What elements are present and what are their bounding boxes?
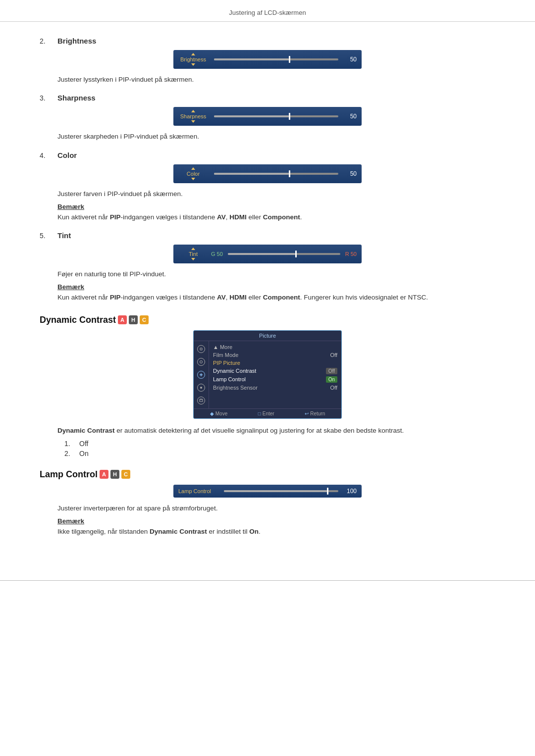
lamp-track[interactable]	[224, 490, 338, 492]
brightness-title: Brightness	[57, 37, 96, 45]
lamp-note-text: Ikke tilgængelig, når tilstanden Dynamic…	[57, 527, 495, 537]
osd-bs-value: Off	[330, 385, 337, 391]
page-header: Justering af LCD-skærmen	[0, 0, 535, 22]
osd-footer-enter-icon: □	[258, 411, 261, 416]
badge-a: A	[118, 315, 127, 324]
osd-icon-circle-5	[197, 397, 205, 404]
brightness-slider-label: Brightness	[178, 53, 208, 66]
osd-footer-return-icon: ↩	[305, 411, 309, 416]
osd-row-dynamiccontrast: Dynamic Contrast Off	[213, 367, 337, 375]
lamp-control-title: Lamp Control	[40, 469, 98, 480]
color-track[interactable]	[214, 173, 338, 175]
brightness-value: 50	[344, 56, 357, 63]
tint-title-row: 5. Tint	[40, 231, 495, 240]
lamp-slider-box: Lamp Control 100	[173, 485, 362, 498]
lamp-description: Justerer inverterpæren for at spare på s…	[57, 504, 495, 513]
osd-icon-5	[196, 396, 207, 405]
osd-filmmode-label: Film Mode	[213, 352, 238, 358]
color-label-text: Color	[187, 171, 200, 177]
section-lamp-control: Lamp Control A H C Lamp Control 100 Just…	[40, 469, 495, 537]
brightness-label-text: Brightness	[180, 56, 206, 62]
osd-dc-label: Dynamic Contrast	[213, 368, 256, 374]
tint-slider-container: Tint G 50 R 50	[40, 245, 495, 263]
dynamic-contrast-title: Dynamic Contrast	[40, 315, 116, 325]
tint-note-av: AV	[217, 294, 226, 301]
osd-icon-1	[196, 344, 207, 354]
osd-icon-circle-4	[197, 384, 205, 392]
tint-note-label: Bemærk	[57, 283, 495, 291]
page-title: Justering af LCD-skærmen	[229, 9, 306, 16]
lamp-slider-label: Lamp Control	[178, 488, 218, 494]
lamp-thumb	[327, 488, 328, 495]
tint-note-pip: PIP	[110, 294, 121, 301]
tint-fill	[228, 253, 295, 255]
tint-arrow-down	[191, 258, 195, 260]
color-arrow-up	[191, 167, 195, 170]
tint-thumb	[295, 251, 297, 257]
sharpness-arrow-up	[191, 110, 195, 112]
dc-bold-label: Dynamic Contrast	[57, 427, 115, 434]
color-note-av: AV	[217, 213, 226, 221]
lamp-slider-container: Lamp Control 100	[40, 485, 495, 498]
dc-item-2-num: 2.	[64, 450, 73, 457]
dc-list-item-1: 1. Off	[64, 440, 495, 448]
brightness-title-row: 2. Brightness	[40, 37, 495, 45]
badge-c: C	[140, 315, 149, 324]
brightness-arrow-up	[191, 53, 195, 55]
sharpness-title: Sharpness	[57, 94, 96, 102]
osd-icon-3	[196, 370, 207, 380]
tint-note-hdmi: HDMI	[229, 294, 247, 301]
osd-container: Picture	[40, 330, 495, 419]
osd-title: Picture	[194, 331, 341, 341]
osd-row-filmmode: Film Mode Off	[213, 351, 337, 359]
osd-footer-enter: □ Enter	[258, 411, 274, 416]
color-slider-label: Color	[178, 167, 208, 180]
section-dynamic-contrast: Dynamic Contrast A H C Picture	[40, 315, 495, 457]
svg-point-0	[200, 360, 203, 363]
osd-icon-4	[196, 383, 207, 393]
tint-title: Tint	[57, 231, 71, 240]
color-thumb	[289, 170, 290, 177]
tint-label-text: Tint	[189, 251, 198, 257]
osd-footer-return: ↩ Return	[305, 411, 325, 416]
color-note-label: Bemærk	[57, 203, 495, 210]
sharpness-title-row: 3. Sharpness	[40, 94, 495, 102]
brightness-description: Justerer lysstyrken i PIP-vinduet på skæ…	[57, 75, 495, 85]
color-note-text: Kun aktiveret når PIP-indgangen vælges i…	[57, 212, 495, 222]
sharpness-label-text: Sharpness	[180, 113, 207, 119]
tint-note-component: Component	[263, 294, 300, 301]
sharpness-slider-container: Sharpness 50	[40, 107, 495, 126]
svg-point-1	[200, 387, 202, 389]
sharpness-track[interactable]	[214, 115, 338, 117]
tint-number: 5.	[40, 232, 50, 240]
brightness-track[interactable]	[214, 58, 338, 60]
color-title-row: 4. Color	[40, 151, 495, 159]
osd-bs-label: Brightness Sensor	[213, 385, 258, 391]
brightness-slider-container: Brightness 50	[40, 50, 495, 69]
tint-slider-box: Tint G 50 R 50	[173, 245, 362, 263]
sharpness-slider-label: Sharpness	[178, 110, 208, 123]
svg-rect-2	[200, 400, 203, 402]
osd-row-brightnesssensor: Brightness Sensor Off	[213, 384, 337, 392]
section-tint: 5. Tint Tint G 50 R 50 Føjer en naturlig…	[40, 231, 495, 303]
tint-track[interactable]	[228, 253, 340, 255]
page-footer-line	[0, 580, 535, 581]
lamp-badge-a: A	[100, 470, 108, 479]
tint-slider-label: Tint	[178, 248, 208, 260]
color-slider-box: Color 50	[173, 164, 362, 183]
color-value: 50	[344, 170, 357, 177]
brightness-thumb	[289, 56, 290, 63]
tint-r-label: R 50	[345, 251, 357, 257]
dynamic-contrast-description: Dynamic Contrast er automatisk detekteri…	[57, 426, 495, 436]
color-description: Justerer farven i PIP-vinduet på skærmen…	[57, 189, 495, 199]
osd-icons	[194, 341, 209, 408]
brightness-slider-box: Brightness 50	[173, 50, 362, 69]
lamp-note-label: Bemærk	[57, 517, 495, 525]
lamp-fill	[224, 490, 327, 492]
lamp-note-dc: Dynamic Contrast	[150, 528, 207, 535]
color-number: 4.	[40, 151, 50, 159]
osd-body: ▲ More Film Mode Off PIP Picture Dynamic…	[194, 341, 341, 408]
osd-menu: Picture	[193, 330, 342, 419]
dc-list-item-2: 2. On	[64, 450, 495, 457]
dc-item-1-num: 1.	[64, 440, 73, 448]
